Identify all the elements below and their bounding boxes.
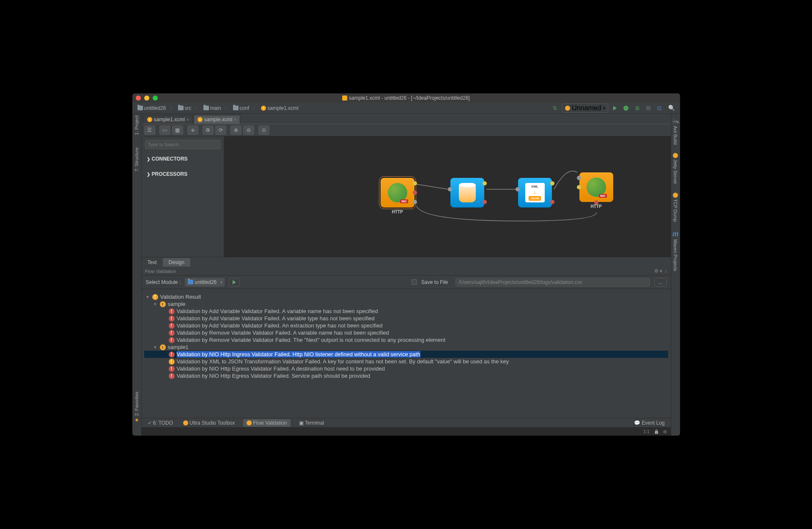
connectors-section[interactable]: ❯CONNECTORS — [145, 153, 220, 164]
error-icon: ! — [169, 366, 175, 372]
validation-item[interactable]: !Validation by NIO Http Egress Validator… — [144, 365, 668, 372]
xml-json-node[interactable]: XML↓JSON — [518, 178, 552, 207]
text-tab[interactable]: Text — [142, 258, 163, 267]
globe-icon — [388, 183, 407, 202]
recycle-button[interactable]: ♻ — [203, 125, 214, 135]
favorites-tool-button[interactable]: 2: Favorites★ — [134, 392, 139, 423]
layout-button[interactable]: ⊡ — [656, 104, 663, 112]
http-egress-node[interactable]: HTTP — [579, 172, 613, 202]
error-port[interactable] — [413, 191, 417, 195]
debug-button[interactable] — [622, 105, 630, 112]
validation-item[interactable]: !Validation by Add Variable Validator Fa… — [144, 322, 668, 329]
toolbox-icon — [183, 420, 188, 425]
gear-icon[interactable]: ⚙ ▾ — [654, 268, 662, 274]
error-icon: ! — [169, 330, 175, 336]
result-group[interactable]: ▼Isample1 — [144, 344, 668, 351]
run-config-dropdown[interactable]: Unnamed ▾ — [562, 104, 608, 113]
coverage-button[interactable]: ⊞ — [634, 104, 641, 112]
run-button[interactable] — [612, 105, 618, 111]
out-port[interactable] — [413, 181, 417, 185]
module-dropdown[interactable]: untitled26 — [185, 278, 225, 286]
menu-button[interactable]: ☰ — [144, 125, 155, 135]
http-ingress-node[interactable]: HTTP — [381, 178, 414, 207]
error-icon: ! — [169, 323, 175, 329]
view-grid-button[interactable]: ▦ — [172, 125, 183, 135]
validation-item[interactable]: !Validation by XML to JSON Transformatio… — [144, 358, 668, 365]
lock-icon — [654, 429, 659, 434]
crumb-main[interactable]: main — [202, 105, 223, 112]
in-port[interactable] — [577, 176, 581, 180]
select-module-label: Select Module : — [146, 279, 181, 285]
expand-icon[interactable]: ▼ — [146, 295, 150, 299]
validation-icon — [247, 420, 252, 425]
structure-tool-button[interactable]: 7: Structure — [134, 147, 139, 172]
crumb-project[interactable]: untitled26 — [136, 105, 168, 112]
out-port[interactable] — [483, 181, 487, 185]
validation-item[interactable]: !Validation by Add Variable Validator Fa… — [144, 315, 668, 322]
todo-tool-button[interactable]: ✓ 6: TODO — [146, 419, 175, 427]
validation-item[interactable]: !Validation by Remove Variable Validator… — [144, 336, 668, 344]
results-root[interactable]: ▼!Validation Result — [144, 293, 668, 300]
flow-canvas[interactable]: HTTP XML↓JSON — [224, 136, 671, 257]
zoom-fit-button[interactable]: ⊙ — [258, 125, 269, 135]
stop-button[interactable] — [645, 105, 652, 111]
validation-item[interactable]: !Validation by NIO Http Ingress Validato… — [144, 351, 668, 358]
align-button[interactable]: ≑ — [187, 125, 198, 135]
breadcrumb: untitled26〉 src〉 main〉 conf〉 Isample1.xc… — [136, 104, 300, 112]
expand-icon[interactable]: ▼ — [154, 302, 158, 306]
maximize-window-icon[interactable] — [153, 95, 158, 101]
toolbox-button[interactable]: Ultra Studio Toolbox — [181, 419, 236, 427]
maven-projects-button[interactable]: mMaven Projects — [672, 230, 678, 271]
zoom-in-button[interactable]: ⊕ — [230, 125, 241, 135]
database-node[interactable] — [450, 178, 484, 207]
error-port[interactable] — [594, 200, 598, 205]
processors-section[interactable]: ❯PROCESSORS — [145, 169, 220, 180]
crumb-conf[interactable]: conf — [231, 105, 251, 112]
file-path-input[interactable] — [455, 278, 650, 286]
close-window-icon[interactable] — [136, 95, 141, 101]
ant-build-button[interactable]: 🐜Ant Build — [672, 118, 679, 145]
error-icon: ! — [169, 373, 175, 379]
jetty-server-button[interactable]: Jetty Server — [673, 153, 678, 184]
in-port[interactable] — [413, 200, 417, 204]
validation-item[interactable]: !Validation by NIO Http Egress Validator… — [144, 372, 668, 379]
design-tab[interactable]: Design — [163, 258, 190, 267]
error-port[interactable] — [483, 200, 487, 204]
in-port[interactable] — [516, 187, 520, 191]
event-log-button[interactable]: 💬 Event Log — [632, 419, 666, 427]
browse-button[interactable]: ... — [654, 278, 666, 286]
close-tab-icon[interactable]: × — [234, 117, 236, 122]
out-port[interactable] — [577, 185, 581, 189]
error-port[interactable] — [550, 200, 554, 204]
in-port[interactable] — [448, 187, 452, 191]
terminal-button[interactable]: ▣ Terminal — [297, 419, 326, 427]
view-single-button[interactable]: ▭ — [159, 125, 170, 135]
validate-button[interactable] — [229, 278, 240, 286]
validation-item[interactable]: !Validation by Add Variable Validator Fa… — [144, 308, 668, 315]
tcp-dump-button[interactable]: TCP Dump — [673, 193, 678, 222]
main-area: 1: Project 7: Structure 2: Favorites★ Is… — [132, 114, 680, 436]
panel-title: Flow Validation — [145, 269, 176, 274]
search-button[interactable] — [667, 104, 677, 112]
palette-search-input[interactable] — [145, 140, 220, 149]
expand-icon[interactable]: ▼ — [154, 345, 158, 349]
close-tab-icon[interactable]: × — [187, 117, 189, 122]
minimize-panel-icon[interactable]: ↓ — [665, 268, 667, 274]
tab-sample1[interactable]: Isample1.xcml× — [143, 115, 193, 124]
minimize-window-icon[interactable] — [144, 95, 149, 101]
project-tool-button[interactable]: 1: Project — [134, 115, 139, 135]
editor-mode-tabs: Text Design — [142, 257, 671, 267]
flow-validation-button[interactable]: Flow Validation — [243, 419, 290, 427]
sync-button[interactable]: ⇅ — [551, 104, 559, 112]
settings-icon[interactable]: ⊞ — [663, 429, 667, 434]
crumb-src[interactable]: src — [176, 105, 193, 112]
zoom-out-button[interactable]: ⊖ — [243, 125, 254, 135]
designer-toolbar: ☰ ▭ ▦ ≑ ♻ ⟳ ⊕ ⊖ ⊙ — [142, 124, 671, 136]
validation-item[interactable]: !Validation by Remove Variable Validator… — [144, 329, 668, 336]
refresh-button[interactable]: ⟳ — [215, 125, 226, 135]
out-port[interactable] — [550, 181, 554, 185]
result-group[interactable]: ▼Isample — [144, 300, 668, 308]
save-to-file-checkbox[interactable] — [411, 279, 417, 285]
crumb-file[interactable]: Isample1.xcml — [259, 105, 300, 112]
tab-sample[interactable]: Isample.xcml× — [194, 115, 241, 124]
